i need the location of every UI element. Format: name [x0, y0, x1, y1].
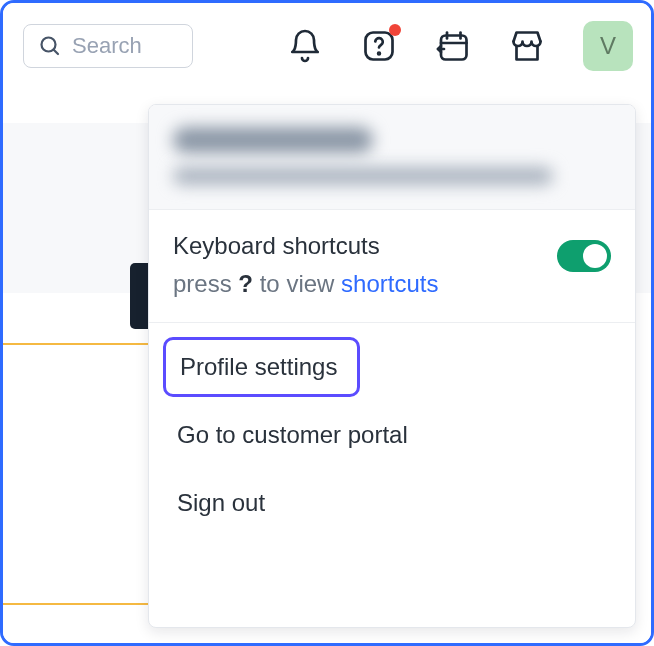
bg-yellow-line	[3, 343, 150, 345]
keyboard-shortcuts-section: Keyboard shortcuts press ? to view short…	[149, 210, 635, 323]
keyboard-shortcuts-toggle[interactable]	[557, 240, 611, 272]
topbar: Search V	[3, 3, 651, 89]
bell-icon	[287, 28, 323, 64]
keyboard-shortcuts-title: Keyboard shortcuts	[173, 232, 611, 260]
hint-key: ?	[238, 270, 253, 297]
user-menu-items: Profile settings Go to customer portal S…	[149, 323, 635, 547]
svg-point-3	[378, 53, 380, 55]
calendar-icon	[435, 28, 471, 64]
svg-rect-4	[441, 36, 467, 60]
search-icon	[38, 34, 62, 58]
customer-portal-item[interactable]: Go to customer portal	[163, 405, 621, 465]
user-email-redacted	[173, 167, 553, 185]
avatar[interactable]: V	[583, 21, 633, 71]
user-menu-header	[149, 105, 635, 210]
hint-text: press	[173, 270, 238, 297]
calendar-button[interactable]	[435, 28, 471, 64]
notifications-button[interactable]	[287, 28, 323, 64]
keyboard-shortcuts-hint: press ? to view shortcuts	[173, 270, 611, 298]
bg-yellow-line	[3, 603, 150, 605]
user-name-redacted	[173, 127, 373, 153]
profile-settings-item[interactable]: Profile settings	[163, 337, 360, 397]
search-input[interactable]: Search	[23, 24, 193, 68]
svg-line-1	[54, 50, 59, 55]
hint-text: to view	[253, 270, 341, 297]
user-menu-dropdown: Keyboard shortcuts press ? to view short…	[148, 104, 636, 628]
marketplace-button[interactable]	[509, 28, 545, 64]
notification-dot-icon	[389, 24, 401, 36]
toolbar-icons: V	[287, 21, 633, 71]
shortcuts-link[interactable]: shortcuts	[341, 270, 438, 297]
help-button[interactable]	[361, 28, 397, 64]
bg-dark-chip	[130, 263, 150, 329]
sign-out-item[interactable]: Sign out	[163, 473, 621, 533]
search-placeholder: Search	[72, 33, 142, 59]
avatar-initial: V	[600, 32, 616, 60]
storefront-icon	[509, 28, 545, 64]
